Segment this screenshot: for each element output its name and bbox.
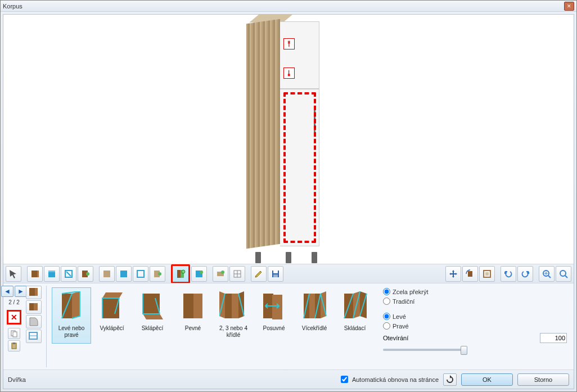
- opening-label: Otevírání: [383, 335, 537, 341]
- door-type-fixed[interactable]: Pevné: [173, 287, 213, 344]
- gallery-label: Posuvné: [263, 325, 285, 332]
- svg-rect-28: [485, 272, 489, 276]
- status-text: Dvířka: [8, 376, 26, 383]
- svg-rect-0: [31, 271, 37, 277]
- prev-page-button[interactable]: ◄: [1, 286, 13, 297]
- svg-point-17: [200, 271, 203, 274]
- tool-cabinet-4-icon[interactable]: [78, 266, 93, 282]
- tool-door-icon[interactable]: [171, 264, 190, 283]
- svg-point-12: [158, 272, 161, 276]
- tool-panel-1-icon[interactable]: [99, 266, 115, 282]
- gallery-label: Sklápěcí: [142, 325, 163, 332]
- undo-icon[interactable]: [501, 266, 516, 282]
- label-side-right: Pravé: [393, 323, 409, 330]
- tool-edit-icon[interactable]: [251, 266, 267, 282]
- selection-outline: [283, 92, 316, 243]
- svg-rect-3: [48, 271, 55, 272]
- thumb-cab-2[interactable]: [26, 300, 42, 314]
- svg-line-30: [548, 276, 551, 278]
- auto-refresh-label: Automatická obnova na stránce: [352, 376, 439, 383]
- thumb-cab-1[interactable]: [26, 286, 42, 299]
- tool-cabinet-3-icon[interactable]: [61, 266, 76, 282]
- svg-rect-50: [193, 294, 202, 318]
- svg-rect-26: [468, 271, 472, 277]
- svg-rect-25: [273, 274, 278, 277]
- cabinet-model: ⭱ ⭳: [246, 21, 331, 258]
- content: ⭱ ⭳: [3, 14, 574, 389]
- close-icon[interactable]: ✕: [564, 2, 574, 11]
- preview-3d[interactable]: ⭱ ⭳: [3, 15, 574, 264]
- svg-rect-34: [13, 332, 17, 337]
- door-type-folding[interactable]: Skládací: [335, 287, 375, 344]
- svg-rect-10: [137, 271, 144, 277]
- refresh-button[interactable]: [443, 373, 457, 386]
- tool-view-icon[interactable]: [479, 266, 495, 282]
- svg-point-31: [560, 271, 566, 276]
- radio-overlay-full[interactable]: Zcela překrýt: [383, 288, 567, 295]
- svg-marker-44: [72, 291, 80, 318]
- door-type-multi-leaf[interactable]: Vícekřídlé: [295, 287, 334, 344]
- door-type-gallery: Levé nebo pravé Vyklápěcí Sklápěcí Pevné…: [50, 286, 376, 367]
- tool-arrow-icon[interactable]: [6, 266, 21, 282]
- svg-rect-8: [103, 271, 110, 277]
- door-type-sliding[interactable]: Posuvné: [254, 287, 294, 344]
- tool-save-icon[interactable]: [268, 266, 283, 282]
- svg-point-7: [86, 272, 89, 276]
- redo-icon[interactable]: [517, 266, 533, 282]
- tool-drawer-1-icon[interactable]: [213, 266, 228, 282]
- delete-button[interactable]: ✕: [7, 310, 21, 325]
- svg-line-32: [565, 276, 567, 278]
- nav-column: ◄ ► 2 / 2 ✕: [6, 286, 22, 367]
- radio-side-right[interactable]: Pravé: [383, 322, 567, 330]
- svg-rect-49: [183, 294, 193, 318]
- main-toolbar: [3, 264, 574, 283]
- opening-slider[interactable]: [383, 349, 467, 351]
- zoom-fit-icon[interactable]: [539, 266, 555, 282]
- window-title: Korpus: [3, 3, 564, 10]
- opening-input[interactable]: [540, 333, 567, 343]
- svg-rect-40: [34, 303, 38, 310]
- tool-drawer-2-icon[interactable]: [229, 266, 245, 282]
- tool-panel-2-icon[interactable]: [116, 266, 132, 282]
- dialog-window: Korpus ✕ ⭱ ⭳: [0, 0, 577, 392]
- svg-rect-51: [225, 294, 232, 318]
- svg-rect-24: [273, 271, 278, 273]
- gallery-label: 2, 3 nebo 4 křídlé: [214, 325, 253, 338]
- thumb-cab-3[interactable]: [26, 315, 42, 328]
- svg-line-5: [66, 272, 71, 276]
- radio-side-left[interactable]: Levé: [383, 313, 567, 320]
- tool-door-alt-icon[interactable]: [191, 266, 207, 282]
- copy-icon[interactable]: [8, 328, 20, 339]
- auto-refresh-checkbox[interactable]: Automatická obnova na stránce: [339, 374, 439, 385]
- tool-move-icon[interactable]: [445, 266, 461, 282]
- thumb-cab-4[interactable]: [26, 330, 42, 343]
- label-overlay-trad: Tradiční: [393, 298, 414, 305]
- door-type-left-right[interactable]: Levé nebo pravé: [52, 287, 91, 344]
- cancel-button[interactable]: Storno: [517, 373, 569, 386]
- options-panel: Zcela překrýt Tradiční Levé Pravé Otevír…: [378, 286, 571, 367]
- door-type-flip-up[interactable]: Vyklápěcí: [92, 287, 132, 344]
- svg-marker-48: [143, 314, 163, 319]
- tool-panel-4-icon[interactable]: [150, 266, 165, 282]
- svg-rect-36: [13, 343, 15, 344]
- tool-panel-3-icon[interactable]: [133, 266, 148, 282]
- svg-point-19: [221, 271, 224, 274]
- tool-cabinet-2-icon[interactable]: [44, 266, 60, 282]
- tool-rotate-icon[interactable]: [462, 266, 478, 282]
- page-indicator: 2 / 2: [8, 298, 19, 307]
- radio-overlay-trad[interactable]: Tradiční: [383, 298, 567, 305]
- gallery-label: Vícekřídlé: [302, 325, 327, 332]
- move-up-icon[interactable]: ⭱: [283, 38, 295, 49]
- tool-cabinet-1-icon[interactable]: [27, 266, 43, 282]
- move-down-icon[interactable]: ⭳: [283, 67, 295, 79]
- gallery-label: Vyklápěcí: [100, 325, 124, 332]
- label-side-left: Levé: [393, 313, 406, 320]
- svg-rect-52: [232, 294, 238, 318]
- door-type-flip-down[interactable]: Sklápěcí: [133, 287, 172, 344]
- svg-rect-39: [29, 303, 34, 310]
- paste-icon[interactable]: [8, 340, 20, 352]
- gallery-label: Skládací: [344, 325, 366, 332]
- ok-button[interactable]: OK: [461, 373, 513, 386]
- door-type-multi-wing[interactable]: 2, 3 nebo 4 křídlé: [214, 287, 253, 344]
- zoom-icon[interactable]: [556, 266, 571, 282]
